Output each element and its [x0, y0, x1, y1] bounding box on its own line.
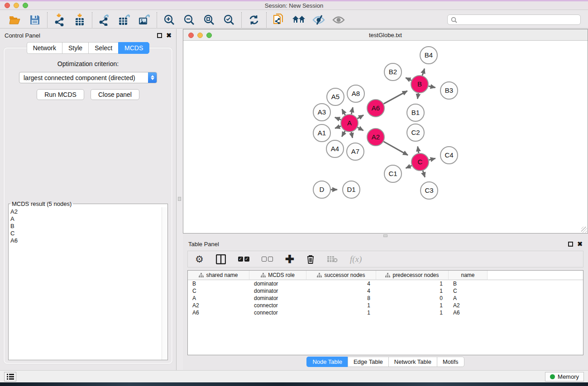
node-B[interactable]: B [411, 76, 428, 93]
delete-table-icon[interactable] [327, 253, 338, 265]
edge-B-B3[interactable] [429, 86, 435, 87]
open-file-icon[interactable] [7, 13, 23, 27]
result-item[interactable]: B [10, 223, 167, 230]
edge-A-A2[interactable] [358, 127, 363, 130]
export-network-icon[interactable] [97, 13, 112, 27]
show-all-icon[interactable] [331, 13, 346, 27]
network-canvas[interactable]: B4B2BB3A8A5A6A3B1AA1C2A2A4A7C4CC1DD1C3 [183, 41, 588, 233]
table-cell[interactable]: B [449, 280, 488, 287]
table-cell[interactable]: dominator [249, 287, 306, 295]
float-panel-icon[interactable] [157, 33, 162, 38]
node-A7[interactable]: A7 [347, 143, 364, 160]
edge-A-A1[interactable] [335, 126, 341, 129]
node-B4[interactable]: B4 [420, 47, 437, 64]
task-history-button[interactable] [4, 372, 16, 381]
panel-splitter[interactable] [177, 29, 183, 370]
tab-network-table[interactable]: Network Table [388, 357, 437, 367]
node-B2[interactable]: B2 [384, 63, 402, 81]
node-A6[interactable]: A6 [367, 100, 384, 117]
table-cell[interactable]: 0 [376, 295, 449, 302]
table-cell[interactable]: A6 [188, 309, 249, 316]
edge-B-B1[interactable] [417, 93, 418, 99]
tab-network[interactable]: Network [27, 42, 62, 54]
node-C1[interactable]: C1 [384, 165, 402, 182]
table-row[interactable]: Adominator80A [188, 295, 583, 302]
table-cell[interactable]: 4 [306, 287, 376, 295]
close-panel-button[interactable]: Close panel [91, 89, 139, 100]
tab-edge-table[interactable]: Edge Table [348, 357, 388, 367]
table-cell[interactable]: 1 [376, 280, 449, 287]
edge-A-A4[interactable] [342, 131, 345, 137]
table-cell[interactable]: A6 [449, 309, 488, 316]
node-D[interactable]: D [313, 181, 330, 198]
hide-selected-icon[interactable] [311, 13, 326, 27]
zoom-out-icon[interactable] [182, 13, 197, 27]
table-cell[interactable]: B [188, 280, 249, 287]
table-cell[interactable] [488, 309, 583, 316]
add-column-icon[interactable]: ✚ [285, 253, 294, 265]
close-panel-icon[interactable]: ✖ [577, 242, 583, 247]
node-C4[interactable]: C4 [440, 147, 458, 164]
table-cell[interactable]: dominator [249, 280, 306, 287]
node-D1[interactable]: D1 [343, 181, 360, 198]
table-cell[interactable]: dominator [249, 295, 306, 302]
edge-A-A5[interactable] [342, 109, 345, 115]
run-mcds-button[interactable]: Run MCDS [37, 89, 84, 100]
tab-motifs[interactable]: Motifs [437, 357, 464, 367]
search-field[interactable] [447, 14, 581, 25]
zoom-in-icon[interactable] [162, 13, 177, 27]
column-header-name[interactable]: name [449, 271, 488, 280]
table-cell[interactable]: 1 [306, 302, 376, 309]
maximize-window-button[interactable] [23, 3, 28, 8]
edge-A-A8[interactable] [351, 107, 353, 114]
tab-style[interactable]: Style [62, 42, 88, 54]
edge-C-C3[interactable] [423, 171, 425, 177]
result-item[interactable]: A [10, 215, 167, 223]
table-row[interactable]: A2connector11A2 [188, 302, 583, 309]
edge-C-C1[interactable] [406, 166, 411, 168]
network-minimize-button[interactable] [197, 33, 203, 38]
table-cell[interactable] [488, 280, 583, 287]
column-layout-icon[interactable] [216, 253, 226, 265]
table-cell[interactable]: 1 [306, 309, 376, 316]
import-table-icon[interactable] [72, 13, 87, 27]
table-cell[interactable]: 8 [306, 295, 376, 302]
new-network-from-file-icon[interactable] [271, 13, 287, 27]
result-item[interactable]: A2 [10, 208, 167, 215]
tab-mcds[interactable]: MCDS [118, 42, 149, 54]
network-window-titlebar[interactable]: testGlobe.txt [183, 29, 588, 41]
minimize-window-button[interactable] [14, 3, 19, 8]
node-A4[interactable]: A4 [326, 140, 344, 157]
edge-C-C2[interactable] [418, 147, 419, 153]
export-table-icon[interactable] [117, 13, 132, 27]
table-cell[interactable]: 1 [376, 287, 449, 295]
edge-A-A7[interactable] [351, 132, 353, 138]
unselect-all-columns-icon[interactable] [262, 253, 273, 265]
node-B1[interactable]: B1 [407, 104, 424, 121]
table-cell[interactable]: A2 [449, 302, 488, 309]
function-builder-icon[interactable]: f(x) [350, 253, 362, 265]
edge-A2-C[interactable] [383, 142, 408, 155]
table-cell[interactable] [488, 302, 583, 309]
import-network-icon[interactable] [52, 13, 67, 27]
edge-A6-B[interactable] [384, 91, 407, 104]
mcds-result-list[interactable]: A2ABCA6 [9, 207, 167, 360]
zoom-selected-icon[interactable] [221, 13, 237, 27]
table-cell[interactable]: C [449, 287, 488, 295]
network-close-button[interactable] [188, 33, 194, 38]
memory-button[interactable]: Memory [545, 372, 584, 381]
open-browser-icon[interactable] [291, 13, 306, 27]
table-cell[interactable]: A [188, 295, 249, 302]
table-cell[interactable]: connector [249, 309, 306, 316]
node-B3[interactable]: B3 [440, 82, 458, 99]
node-A5[interactable]: A5 [327, 88, 344, 105]
edge-B-B4[interactable] [422, 69, 425, 76]
select-all-columns-icon[interactable] [238, 253, 249, 265]
node-A3[interactable]: A3 [313, 104, 330, 121]
edge-B-B2[interactable] [406, 78, 411, 81]
search-input[interactable] [459, 17, 577, 23]
node-A2[interactable]: A2 [367, 129, 384, 146]
result-item[interactable]: A6 [10, 237, 167, 244]
settings-gear-icon[interactable]: ⚙ [195, 253, 204, 265]
window-resize-grip[interactable] [581, 227, 587, 233]
